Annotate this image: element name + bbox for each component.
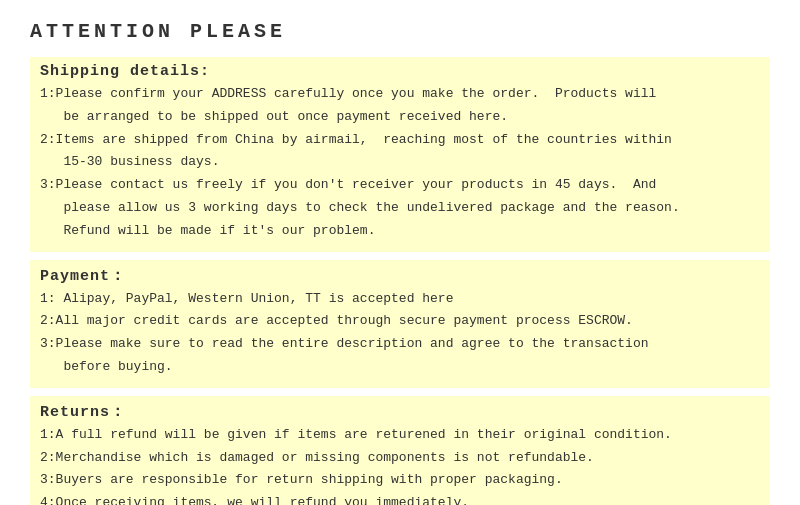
returns-item-3: 3:Buyers are responsible for return ship… [40,470,760,491]
payment-item-1: 1: Alipay, PayPal, Western Union, TT is … [40,289,760,310]
payment-section: Payment： 1: Alipay, PayPal, Western Unio… [30,260,770,388]
returns-item-4: 4:Once receiving items, we will refund y… [40,493,760,505]
returns-item-1: 1:A full refund will be given if items a… [40,425,760,446]
shipping-item-2b: 15-30 business days. [40,152,760,173]
shipping-item-3c: Refund will be made if it's our problem. [40,221,760,242]
page-title: ATTENTION PLEASE [30,20,770,43]
returns-header: Returns： [40,402,760,421]
page-container: ATTENTION PLEASE Shipping details: 1:Ple… [0,0,800,505]
returns-content: 1:A full refund will be given if items a… [40,425,760,505]
shipping-item-2: 2:Items are shipped from China by airmai… [40,130,760,151]
payment-item-2: 2:All major credit cards are accepted th… [40,311,760,332]
shipping-content: 1:Please confirm your ADDRESS carefully … [40,84,760,242]
shipping-header: Shipping details: [40,63,760,80]
shipping-item-1: 1:Please confirm your ADDRESS carefully … [40,84,760,105]
returns-item-2: 2:Merchandise which is damaged or missin… [40,448,760,469]
returns-section: Returns： 1:A full refund will be given i… [30,396,770,505]
shipping-item-1b: be arranged to be shipped out once payme… [40,107,760,128]
payment-item-3: 3:Please make sure to read the entire de… [40,334,760,355]
payment-content: 1: Alipay, PayPal, Western Union, TT is … [40,289,760,378]
shipping-item-3b: please allow us 3 working days to check … [40,198,760,219]
shipping-item-3: 3:Please contact us freely if you don't … [40,175,760,196]
payment-item-3b: before buying. [40,357,760,378]
shipping-section: Shipping details: 1:Please confirm your … [30,57,770,252]
payment-header: Payment： [40,266,760,285]
